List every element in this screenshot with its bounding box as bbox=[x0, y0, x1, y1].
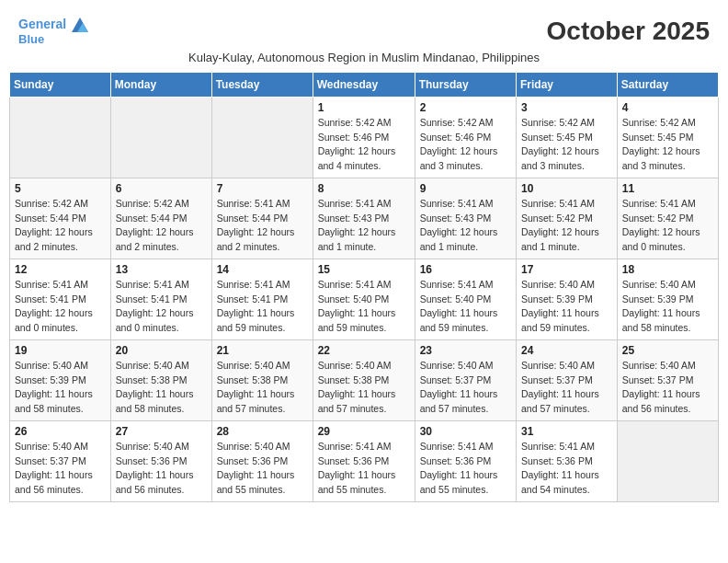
day-number: 20 bbox=[116, 344, 207, 357]
day-number: 7 bbox=[217, 182, 308, 195]
calendar-cell: 13Sunrise: 5:41 AMSunset: 5:41 PMDayligh… bbox=[110, 259, 211, 339]
calendar-week-2: 5Sunrise: 5:42 AMSunset: 5:44 PMDaylight… bbox=[10, 178, 719, 259]
calendar-cell: 18Sunrise: 5:40 AMSunset: 5:39 PMDayligh… bbox=[617, 259, 718, 339]
calendar-cell: 10Sunrise: 5:41 AMSunset: 5:42 PMDayligh… bbox=[517, 178, 618, 259]
day-number: 27 bbox=[116, 425, 207, 438]
day-number: 14 bbox=[217, 263, 308, 276]
day-number: 22 bbox=[318, 344, 410, 357]
calendar-cell: 4Sunrise: 5:42 AMSunset: 5:45 PMDaylight… bbox=[617, 97, 718, 178]
calendar-cell: 26Sunrise: 5:40 AMSunset: 5:37 PMDayligh… bbox=[10, 420, 111, 501]
day-number: 16 bbox=[420, 263, 511, 276]
day-info: Sunrise: 5:41 AMSunset: 5:36 PMDaylight:… bbox=[318, 440, 410, 498]
day-number: 13 bbox=[116, 263, 207, 276]
calendar-cell: 31Sunrise: 5:41 AMSunset: 5:36 PMDayligh… bbox=[517, 420, 618, 501]
calendar-subtitle: Kulay-Kulay, Autonomous Region in Muslim… bbox=[9, 51, 719, 64]
calendar-cell: 25Sunrise: 5:40 AMSunset: 5:37 PMDayligh… bbox=[617, 339, 718, 420]
calendar-cell: 9Sunrise: 5:41 AMSunset: 5:43 PMDaylight… bbox=[415, 178, 516, 259]
calendar-week-1: 1Sunrise: 5:42 AMSunset: 5:46 PMDaylight… bbox=[10, 97, 719, 178]
day-number: 24 bbox=[521, 344, 612, 357]
calendar-cell: 11Sunrise: 5:41 AMSunset: 5:42 PMDayligh… bbox=[617, 178, 718, 259]
calendar-cell: 1Sunrise: 5:42 AMSunset: 5:46 PMDaylight… bbox=[313, 97, 415, 178]
calendar-cell: 21Sunrise: 5:40 AMSunset: 5:38 PMDayligh… bbox=[211, 339, 313, 420]
calendar-cell: 30Sunrise: 5:41 AMSunset: 5:36 PMDayligh… bbox=[415, 420, 516, 501]
day-number: 10 bbox=[521, 182, 612, 195]
day-number: 6 bbox=[116, 182, 207, 195]
day-number: 17 bbox=[521, 263, 612, 276]
calendar-header-row: SundayMondayTuesdayWednesdayThursdayFrid… bbox=[10, 72, 719, 97]
day-info: Sunrise: 5:42 AMSunset: 5:45 PMDaylight:… bbox=[622, 116, 713, 174]
day-info: Sunrise: 5:40 AMSunset: 5:38 PMDaylight:… bbox=[318, 359, 410, 417]
day-info: Sunrise: 5:40 AMSunset: 5:39 PMDaylight:… bbox=[15, 359, 106, 417]
calendar-cell: 15Sunrise: 5:41 AMSunset: 5:40 PMDayligh… bbox=[313, 259, 415, 339]
day-info: Sunrise: 5:41 AMSunset: 5:44 PMDaylight:… bbox=[217, 197, 308, 255]
calendar-cell: 8Sunrise: 5:41 AMSunset: 5:43 PMDaylight… bbox=[313, 178, 415, 259]
calendar-cell: 20Sunrise: 5:40 AMSunset: 5:38 PMDayligh… bbox=[110, 339, 211, 420]
calendar-cell: 14Sunrise: 5:41 AMSunset: 5:41 PMDayligh… bbox=[211, 259, 313, 339]
day-info: Sunrise: 5:41 AMSunset: 5:43 PMDaylight:… bbox=[420, 197, 511, 255]
day-info: Sunrise: 5:41 AMSunset: 5:43 PMDaylight:… bbox=[318, 197, 410, 255]
day-info: Sunrise: 5:41 AMSunset: 5:41 PMDaylight:… bbox=[217, 278, 308, 336]
calendar-cell bbox=[110, 97, 211, 178]
calendar-table: SundayMondayTuesdayWednesdayThursdayFrid… bbox=[9, 72, 719, 502]
day-number: 5 bbox=[15, 182, 106, 195]
calendar-cell bbox=[617, 420, 718, 501]
calendar-cell: 6Sunrise: 5:42 AMSunset: 5:44 PMDaylight… bbox=[110, 178, 211, 259]
header-sunday: Sunday bbox=[10, 72, 111, 97]
calendar-cell: 28Sunrise: 5:40 AMSunset: 5:36 PMDayligh… bbox=[211, 420, 313, 501]
day-number: 23 bbox=[420, 344, 511, 357]
day-info: Sunrise: 5:40 AMSunset: 5:37 PMDaylight:… bbox=[420, 359, 511, 417]
calendar-cell: 2Sunrise: 5:42 AMSunset: 5:46 PMDaylight… bbox=[415, 97, 516, 178]
day-info: Sunrise: 5:40 AMSunset: 5:37 PMDaylight:… bbox=[15, 440, 106, 498]
day-info: Sunrise: 5:41 AMSunset: 5:36 PMDaylight:… bbox=[521, 440, 612, 498]
header-saturday: Saturday bbox=[617, 72, 718, 97]
day-number: 11 bbox=[622, 182, 713, 195]
logo: General Blue bbox=[18, 17, 90, 47]
day-info: Sunrise: 5:40 AMSunset: 5:37 PMDaylight:… bbox=[521, 359, 612, 417]
day-number: 29 bbox=[318, 425, 410, 438]
day-number: 31 bbox=[521, 425, 612, 438]
header-thursday: Thursday bbox=[415, 72, 516, 97]
day-info: Sunrise: 5:41 AMSunset: 5:41 PMDaylight:… bbox=[116, 278, 207, 336]
calendar-cell: 7Sunrise: 5:41 AMSunset: 5:44 PMDaylight… bbox=[211, 178, 313, 259]
day-info: Sunrise: 5:42 AMSunset: 5:45 PMDaylight:… bbox=[521, 116, 612, 174]
day-info: Sunrise: 5:40 AMSunset: 5:38 PMDaylight:… bbox=[217, 359, 308, 417]
day-number: 2 bbox=[420, 101, 511, 114]
day-number: 19 bbox=[15, 344, 106, 357]
day-number: 21 bbox=[217, 344, 308, 357]
logo-text: General bbox=[18, 17, 90, 32]
day-info: Sunrise: 5:40 AMSunset: 5:36 PMDaylight:… bbox=[217, 440, 308, 498]
day-info: Sunrise: 5:42 AMSunset: 5:44 PMDaylight:… bbox=[15, 197, 106, 255]
calendar-cell: 3Sunrise: 5:42 AMSunset: 5:45 PMDaylight… bbox=[517, 97, 618, 178]
calendar-week-4: 19Sunrise: 5:40 AMSunset: 5:39 PMDayligh… bbox=[10, 339, 719, 420]
header-monday: Monday bbox=[110, 72, 211, 97]
day-number: 8 bbox=[318, 182, 410, 195]
calendar-cell: 17Sunrise: 5:40 AMSunset: 5:39 PMDayligh… bbox=[517, 259, 618, 339]
calendar-cell: 12Sunrise: 5:41 AMSunset: 5:41 PMDayligh… bbox=[10, 259, 111, 339]
calendar-week-5: 26Sunrise: 5:40 AMSunset: 5:37 PMDayligh… bbox=[10, 420, 719, 501]
day-info: Sunrise: 5:41 AMSunset: 5:40 PMDaylight:… bbox=[420, 278, 511, 336]
day-number: 15 bbox=[318, 263, 410, 276]
header-tuesday: Tuesday bbox=[211, 72, 313, 97]
day-number: 25 bbox=[622, 344, 713, 357]
day-number: 1 bbox=[318, 101, 410, 114]
day-info: Sunrise: 5:40 AMSunset: 5:37 PMDaylight:… bbox=[622, 359, 713, 417]
day-info: Sunrise: 5:42 AMSunset: 5:46 PMDaylight:… bbox=[420, 116, 511, 174]
calendar-cell: 29Sunrise: 5:41 AMSunset: 5:36 PMDayligh… bbox=[313, 420, 415, 501]
day-info: Sunrise: 5:41 AMSunset: 5:42 PMDaylight:… bbox=[521, 197, 612, 255]
calendar-cell bbox=[10, 97, 111, 178]
day-number: 28 bbox=[217, 425, 308, 438]
day-info: Sunrise: 5:41 AMSunset: 5:42 PMDaylight:… bbox=[622, 197, 713, 255]
calendar-cell: 27Sunrise: 5:40 AMSunset: 5:36 PMDayligh… bbox=[110, 420, 211, 501]
header-friday: Friday bbox=[517, 72, 618, 97]
calendar-week-3: 12Sunrise: 5:41 AMSunset: 5:41 PMDayligh… bbox=[10, 259, 719, 339]
day-number: 18 bbox=[622, 263, 713, 276]
day-info: Sunrise: 5:41 AMSunset: 5:36 PMDaylight:… bbox=[420, 440, 511, 498]
day-info: Sunrise: 5:40 AMSunset: 5:36 PMDaylight:… bbox=[116, 440, 207, 498]
page-header: General Blue October 2025 bbox=[9, 9, 719, 51]
day-info: Sunrise: 5:40 AMSunset: 5:39 PMDaylight:… bbox=[521, 278, 612, 336]
day-number: 12 bbox=[15, 263, 106, 276]
day-info: Sunrise: 5:41 AMSunset: 5:40 PMDaylight:… bbox=[318, 278, 410, 336]
day-info: Sunrise: 5:40 AMSunset: 5:38 PMDaylight:… bbox=[116, 359, 207, 417]
day-number: 9 bbox=[420, 182, 511, 195]
day-number: 4 bbox=[622, 101, 713, 114]
